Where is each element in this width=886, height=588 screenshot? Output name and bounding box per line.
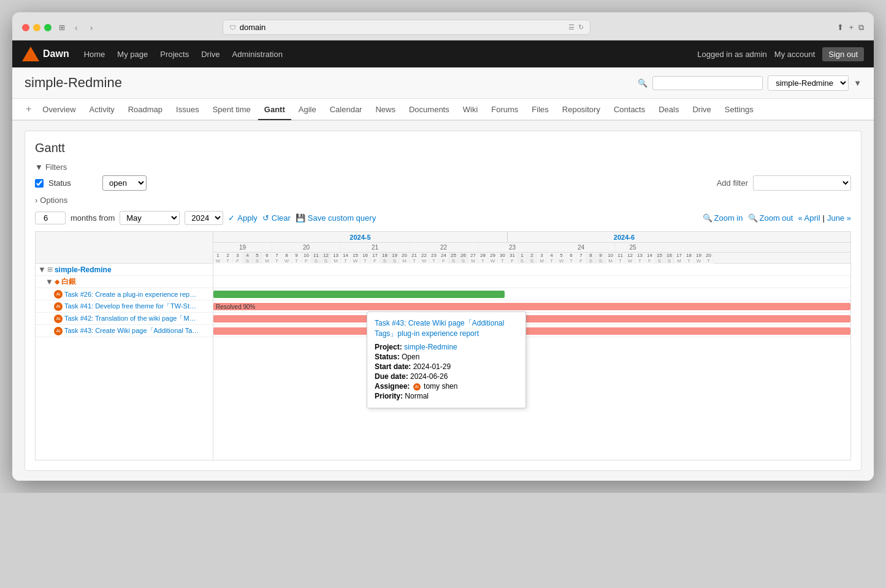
task-26-link[interactable]: Task #26: Create a plug-in experience re… <box>64 291 199 298</box>
gantt-title: Gantt <box>35 141 851 155</box>
status-select[interactable]: open closed all <box>102 175 147 191</box>
top-nav-links: Home My page Projects Drive Administrati… <box>79 47 698 61</box>
refresh-icon: ↻ <box>578 23 584 31</box>
nav-drive[interactable]: Drive <box>196 47 224 61</box>
nav-settings[interactable]: Settings <box>719 100 760 119</box>
prev-month-link[interactable]: « April <box>798 213 820 223</box>
project-icon: ⊞ <box>47 265 53 273</box>
week-25: 25 <box>616 243 650 252</box>
nav-gantt[interactable]: Gantt <box>258 100 291 120</box>
options-toggle[interactable]: › Options <box>35 196 851 205</box>
filters-label: Filters <box>45 162 67 172</box>
zoom-in-icon: 🔍 <box>703 213 712 223</box>
year-select[interactable]: 2022202320242025 <box>185 211 223 225</box>
chevron-right-icon: › <box>35 196 37 205</box>
nav-drive[interactable]: Drive <box>686 100 717 119</box>
months-input[interactable]: 6 <box>35 212 66 224</box>
address-bar[interactable]: 🛡 domain ☰ ↻ <box>223 20 590 35</box>
sign-out-button[interactable]: Sign out <box>822 47 864 61</box>
zoom-in-button[interactable]: 🔍 Zoom in <box>703 213 743 223</box>
tooltip-status-label: Status: <box>375 353 400 361</box>
new-tab-icon[interactable]: + <box>849 23 854 32</box>
apply-button[interactable]: ✓ Apply <box>228 213 258 223</box>
url-input[interactable]: domain <box>240 23 565 32</box>
nav-contacts[interactable]: Contacts <box>608 100 651 119</box>
week-20: 20 <box>272 243 341 252</box>
nav-projects[interactable]: Projects <box>155 47 194 61</box>
my-account-link[interactable]: My account <box>774 50 815 59</box>
share-icon[interactable]: ⬆ <box>837 23 844 32</box>
avatar-43: Ai <box>54 327 63 335</box>
months-label: months from <box>71 213 115 223</box>
nav-activity[interactable]: Activity <box>83 100 121 119</box>
task-row-41: Ai Task #41: Develop free theme for「TW-S… <box>36 300 213 313</box>
nav-forums[interactable]: Forums <box>485 100 524 119</box>
save-custom-query-button[interactable]: 💾 Save custom query <box>296 213 376 223</box>
nav-roadmap[interactable]: Roadmap <box>122 100 169 119</box>
tooltip-priority-value: Normal <box>405 392 429 400</box>
avatar-41: Ai <box>54 302 63 311</box>
avatar-42: Ai <box>54 315 63 323</box>
clear-button[interactable]: ↺ Clear <box>262 213 291 223</box>
tooltip-assignee-row: Assignee: Ai tomy shen <box>375 382 518 391</box>
options-section: › Options <box>35 196 851 205</box>
tooltip-project-link[interactable]: simple-Redmine <box>404 343 457 351</box>
next-month-link[interactable]: June » <box>827 213 851 223</box>
nav-agile[interactable]: Agile <box>292 100 323 119</box>
month-select[interactable]: JanuaryFebruaryMarchApril MayJuneJulyAug… <box>120 211 180 225</box>
status-checkbox[interactable] <box>35 179 44 188</box>
tooltip-project-label: Project: <box>375 343 402 351</box>
tooltip-project-row: Project: simple-Redmine <box>375 343 518 351</box>
task-41-link[interactable]: Task #41: Develop free theme for「TW-Styl… <box>64 302 199 311</box>
nav-issues[interactable]: Issues <box>170 100 205 119</box>
group-label: 白銀 <box>61 277 76 287</box>
zoom-out-button[interactable]: 🔍 Zoom out <box>748 213 793 223</box>
bar-row-41: Resolved 90% <box>213 300 850 313</box>
main-content: Gantt ▼ Filters Status open closed all <box>12 121 874 481</box>
project-header: simple-Redmine 🔍 simple-Redmine ▼ <box>12 67 874 99</box>
add-filter-select[interactable] <box>753 175 851 191</box>
minimize-button[interactable] <box>33 24 40 31</box>
nav-wiki[interactable]: Wiki <box>457 100 484 119</box>
task-42-link[interactable]: Task #42: Translation of the wiki page「M… <box>64 314 199 323</box>
logged-in-text: Logged in as admin <box>697 50 766 59</box>
search-input[interactable] <box>652 76 763 90</box>
maximize-button[interactable] <box>44 24 52 31</box>
gantt-chart: ▼ ⊞ simple-Redmine ▼ ◆ 白銀 Ai <box>35 231 851 460</box>
nav-administration[interactable]: Administration <box>227 47 288 61</box>
nav-documents[interactable]: Documents <box>403 100 456 119</box>
tabs-icon[interactable]: ⧉ <box>858 23 864 32</box>
nav-repository[interactable]: Repository <box>556 100 606 119</box>
tooltip-status-row: Status: Open <box>375 353 518 361</box>
day-labels-row: 1W2T3F4S5S6M7T8W9T10F11S12S13M14T15W16T1… <box>213 253 850 264</box>
add-nav-button[interactable]: + <box>22 99 35 120</box>
project-search: 🔍 simple-Redmine ▼ <box>638 75 861 91</box>
week-19: 19 <box>213 243 272 252</box>
nav-calendar[interactable]: Calendar <box>324 100 369 119</box>
task-row-group: ▼ ◆ 白銀 <box>36 276 213 288</box>
collapse-project-icon[interactable]: ▼ <box>38 265 46 274</box>
tooltip-priority-label: Priority: <box>375 392 403 400</box>
task-43-link[interactable]: Task #43: Create Wiki page「Additional Ta… <box>64 326 199 335</box>
close-button[interactable] <box>22 24 29 31</box>
project-select[interactable]: simple-Redmine <box>768 75 849 91</box>
browser-window: ⊞ ‹ › 🛡 domain ☰ ↻ ⬆ + ⧉ Dawn Home My pa… <box>12 12 874 481</box>
nav-deals[interactable]: Deals <box>652 100 685 119</box>
tooltip-start-row: Start date: 2024-01-29 <box>375 362 518 371</box>
filters-toggle[interactable]: ▼ Filters <box>35 162 851 172</box>
tooltip-status-value: Open <box>402 353 419 361</box>
nav-files[interactable]: Files <box>525 100 554 119</box>
nav-my-page[interactable]: My page <box>112 47 153 61</box>
project-link[interactable]: simple-Redmine <box>55 265 112 274</box>
sidebar-icon: ⊞ <box>59 23 65 32</box>
nav-overview[interactable]: Overview <box>36 100 82 119</box>
nav-news[interactable]: News <box>369 100 402 119</box>
task-41-bar: Resolved 90% <box>213 303 850 310</box>
forward-button[interactable]: › <box>88 21 96 34</box>
nav-home[interactable]: Home <box>79 47 110 61</box>
task-row-42: Ai Task #42: Translation of the wiki pag… <box>36 313 213 325</box>
collapse-group-icon[interactable]: ▼ <box>45 277 53 286</box>
search-icon: 🔍 <box>638 78 647 88</box>
back-button[interactable]: ‹ <box>72 21 80 34</box>
nav-spent-time[interactable]: Spent time <box>207 100 257 119</box>
